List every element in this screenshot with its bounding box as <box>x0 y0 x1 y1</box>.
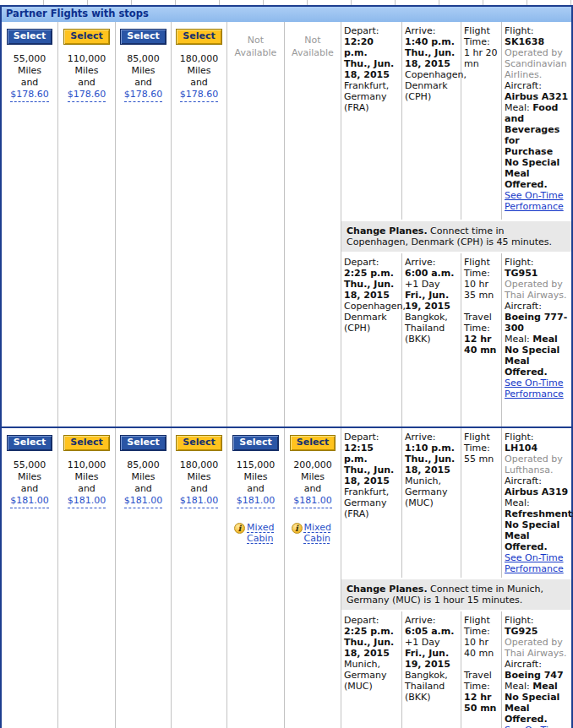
change-planes-notice: Change Planes. Connect time in Munich, G… <box>341 578 571 611</box>
price-link[interactable]: $181.00 <box>180 495 219 508</box>
select-button[interactable]: Select <box>7 29 52 45</box>
miles-amount: 110,000 Miles <box>61 53 112 77</box>
flight-time-value: 1 hr 20 mn <box>464 47 497 69</box>
depart-time: 2:25 p.m. <box>344 626 399 637</box>
depart-cell: Depart: 12:20 p.m. Thu., Jun. 18, 2015 F… <box>341 22 402 220</box>
arrive-location: Munich, Germany (MUC) <box>405 475 458 508</box>
award-option-cell: Not Available <box>285 22 341 426</box>
flight-number: TG925 <box>505 626 538 637</box>
arrive-location: Bangkok, Thailand (BKK) <box>405 670 458 703</box>
flight-label: Flight: <box>505 432 533 443</box>
select-button[interactable]: Select <box>176 435 221 451</box>
depart-label: Depart: <box>344 257 399 268</box>
plus-day-label: +1 Day <box>405 279 458 290</box>
price-link[interactable]: $181.00 <box>293 495 332 508</box>
select-button[interactable]: Select <box>63 29 109 45</box>
price-link[interactable]: $181.00 <box>237 495 276 508</box>
flight-label: Flight: <box>505 257 533 268</box>
depart-label: Depart: <box>344 432 399 443</box>
meal-label: Meal: <box>505 497 530 508</box>
flight-time-cell: Flight Time: 1 hr 20 mn <box>461 22 502 220</box>
miles-and: and <box>287 483 338 495</box>
flight-label: Flight: <box>505 25 533 36</box>
mixed-cabin-link[interactable]: Mixed Cabin <box>304 522 335 544</box>
flight-time-cell: Flight Time: 55 mn <box>461 428 502 578</box>
select-button[interactable]: Select <box>120 29 166 45</box>
arrive-location: Copenhagen, Denmark (CPH) <box>405 69 458 102</box>
price-link[interactable]: $181.00 <box>10 495 49 508</box>
depart-location: Copenhagen, Denmark (CPH) <box>344 301 399 334</box>
arrive-label: Arrive: <box>405 615 458 626</box>
price-link[interactable]: $178.60 <box>10 89 49 102</box>
depart-cell: Depart: 2:25 p.m. Thu., Jun. 18, 2015 Mu… <box>341 611 402 728</box>
award-option-cell: Select 180,000 Miles and $178.60 <box>172 22 227 426</box>
info-icon: i <box>234 523 245 534</box>
select-button[interactable]: Select <box>232 435 278 451</box>
flight-option-row: Select 55,000 Miles and $181.00 Select 1… <box>2 426 571 728</box>
arrive-date: Fri., Jun. 19, 2015 <box>405 648 458 670</box>
aircraft-label: Aircraft: <box>505 301 542 312</box>
flight-number: LH104 <box>505 443 538 454</box>
price-link[interactable]: $181.00 <box>124 495 163 508</box>
arrive-label: Arrive: <box>405 257 458 268</box>
info-icon: i <box>292 523 303 534</box>
award-option-cell: Select 85,000 Miles and $178.60 <box>116 22 172 426</box>
select-button[interactable]: Select <box>290 435 336 451</box>
plus-day-label: +1 Day <box>405 637 458 648</box>
miles-and: and <box>174 483 224 495</box>
arrive-date: Thu., Jun. 18, 2015 <box>405 454 458 475</box>
flight-time-value: 10 hr 35 mn <box>464 279 494 301</box>
price-link[interactable]: $178.60 <box>68 89 106 102</box>
on-time-performance-link[interactable]: See On-Time Performance <box>505 190 569 212</box>
miles-and: and <box>118 77 168 89</box>
travel-time: Travel Time: 12 hr 40 mn <box>464 312 499 356</box>
flight-time-value: 10 hr 40 mn <box>464 637 494 659</box>
aircraft-type: Airbus A321 <box>505 91 568 102</box>
aircraft-label: Aircraft: <box>505 659 542 670</box>
miles-amount: 180,000 Miles <box>174 459 224 483</box>
miles-and: and <box>174 77 224 89</box>
flight-details-cell: Flight: TG925 Operated by Thai Airways. … <box>502 611 571 728</box>
mixed-cabin-indicator[interactable]: i Mixed Cabin <box>292 522 335 544</box>
select-button[interactable]: Select <box>7 435 52 451</box>
operated-by: Operated by Lufthansa. <box>505 454 569 475</box>
miles-and: and <box>4 483 55 495</box>
price-link[interactable]: $178.60 <box>124 89 163 102</box>
mixed-cabin-link[interactable]: Mixed Cabin <box>247 522 277 544</box>
miles-and: and <box>61 483 112 495</box>
mixed-cabin-indicator[interactable]: i Mixed Cabin <box>234 522 277 544</box>
travel-time-label: Travel Time: <box>464 312 492 334</box>
depart-location: Frankfurt, Germany (FRA) <box>344 80 399 113</box>
select-button[interactable]: Select <box>120 435 166 451</box>
section-header: Partner Flights with stops <box>2 7 571 22</box>
price-link[interactable]: $181.00 <box>68 495 106 508</box>
arrive-time: 6:00 a.m. <box>405 268 458 279</box>
arrive-cell: Arrive: 1:10 p.m. Thu., Jun. 18, 2015 Mu… <box>402 428 461 578</box>
miles-amount: 55,000 Miles <box>4 53 55 77</box>
flight-details-cell: Flight: TG951 Operated by Thai Airways. … <box>502 253 571 426</box>
miles-and: and <box>118 483 168 495</box>
section-title: Partner Flights with stops <box>6 8 149 19</box>
arrive-label: Arrive: <box>405 25 458 36</box>
on-time-performance-link[interactable]: See On-Time Performance <box>505 552 569 574</box>
miles-amount: 110,000 Miles <box>61 459 112 483</box>
on-time-performance-link[interactable]: See On-Time Performance <box>505 725 569 728</box>
select-button[interactable]: Select <box>63 435 109 451</box>
flight-time-label: Flight Time: <box>464 25 490 47</box>
aircraft-label: Aircraft: <box>505 80 542 91</box>
depart-date: Thu., Jun. 18, 2015 <box>344 637 399 659</box>
on-time-performance-link[interactable]: See On-Time Performance <box>505 378 569 399</box>
flight-time-label: Flight Time: <box>464 432 490 454</box>
select-button[interactable]: Select <box>176 29 221 45</box>
price-link[interactable]: $178.60 <box>180 89 219 102</box>
miles-amount: 85,000 Miles <box>118 53 168 77</box>
miles-amount: 180,000 Miles <box>174 53 224 77</box>
depart-date: Thu., Jun. 18, 2015 <box>344 279 399 301</box>
partner-flights-panel: Partner Flights with stops Select 55,000… <box>0 5 573 728</box>
flight-details-cell: Flight: SK1638 Operated by Scandinavian … <box>502 22 571 220</box>
depart-time: 12:15 p.m. <box>344 443 399 465</box>
change-planes-title: Change Planes. <box>347 225 428 236</box>
flight-label: Flight: <box>505 615 533 626</box>
meal-label: Meal: <box>505 681 530 692</box>
aircraft-type: Boeing 777-300 <box>505 312 567 334</box>
